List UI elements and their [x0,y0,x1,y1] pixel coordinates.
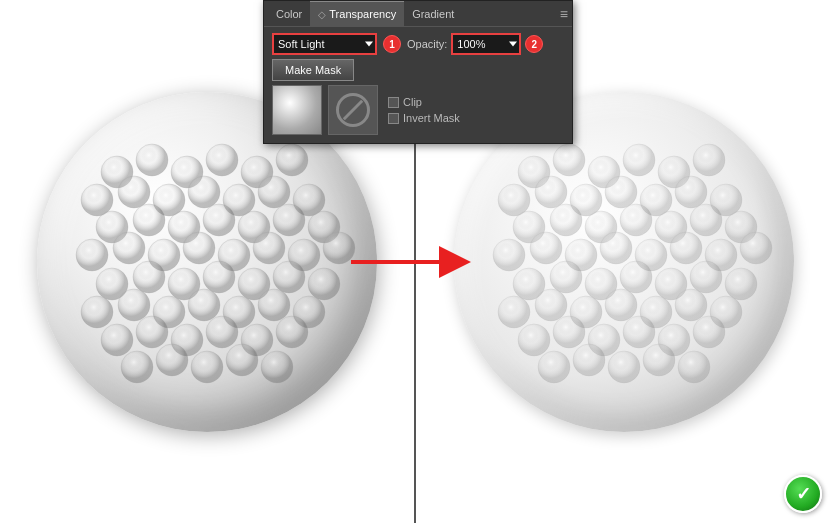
panel-menu-button[interactable]: ≡ [560,6,568,22]
arrow-container [351,246,481,278]
svg-point-2 [136,144,168,176]
svg-point-36 [81,296,113,328]
sphere-thumbnail [272,85,322,135]
svg-point-107 [678,351,710,383]
transparency-icon: ◇ [318,9,326,20]
svg-point-86 [620,261,652,293]
opacity-row: Opacity: 100% 90% 80% 70% 50% 0% [407,33,543,55]
direction-arrow [351,246,481,278]
svg-point-46 [206,316,238,348]
svg-point-53 [261,351,293,383]
svg-point-43 [101,324,133,356]
svg-point-50 [156,344,188,376]
svg-point-97 [518,324,550,356]
svg-point-62 [535,176,567,208]
blend-mode-select[interactable]: Soft Light Normal Multiply Screen Overla… [272,33,377,55]
svg-point-84 [550,261,582,293]
thumbnails-row: Clip Invert Mask [272,85,564,135]
panel-menu-icon: ≡ [560,6,568,22]
invert-mask-checkbox[interactable] [388,113,399,124]
svg-point-30 [133,261,165,293]
svg-point-19 [273,204,305,236]
badge-2: 2 [525,35,543,53]
svg-point-89 [725,268,757,300]
svg-point-95 [675,289,707,321]
svg-point-51 [191,351,223,383]
cancel-icon [336,93,370,127]
svg-point-6 [276,144,308,176]
tab-gradient-label: Gradient [412,8,454,20]
opacity-wrapper: 100% 90% 80% 70% 50% 0% [451,33,521,55]
svg-point-75 [493,239,525,271]
svg-point-41 [258,289,290,321]
panel-tabs: Color ◇ Transparency Gradient ≡ [264,1,572,27]
check-symbol: ✓ [796,485,811,503]
svg-point-93 [605,289,637,321]
svg-point-44 [136,316,168,348]
opacity-select[interactable]: 100% 90% 80% 70% 50% 0% [451,33,521,55]
svg-point-103 [538,351,570,383]
svg-point-24 [183,232,215,264]
make-mask-button[interactable]: Make Mask [272,59,354,81]
svg-point-73 [690,204,722,236]
check-button[interactable]: ✓ [784,475,822,513]
svg-point-58 [623,144,655,176]
svg-point-88 [690,261,722,293]
svg-point-8 [118,176,150,208]
clip-label: Clip [403,96,422,108]
svg-point-105 [608,351,640,383]
opacity-label: Opacity: [407,38,447,50]
svg-point-15 [133,204,165,236]
svg-point-60 [693,144,725,176]
svg-point-32 [203,261,235,293]
svg-point-66 [675,176,707,208]
make-mask-row: Make Mask [272,59,564,81]
svg-point-52 [226,344,258,376]
svg-point-26 [253,232,285,264]
svg-point-48 [276,316,308,348]
svg-point-10 [188,176,220,208]
svg-point-106 [643,344,675,376]
svg-point-22 [113,232,145,264]
svg-point-7 [81,184,113,216]
svg-point-82 [740,232,772,264]
svg-point-17 [203,204,235,236]
svg-point-90 [498,296,530,328]
svg-point-91 [535,289,567,321]
badge-2-label: 2 [532,39,538,50]
svg-point-56 [553,144,585,176]
cancel-thumbnail [328,85,378,135]
svg-point-64 [605,176,637,208]
svg-point-71 [620,204,652,236]
svg-point-61 [498,184,530,216]
options-column: Clip Invert Mask [388,96,460,124]
tab-color[interactable]: Color [268,1,310,27]
svg-point-34 [273,261,305,293]
svg-point-21 [76,239,108,271]
svg-point-76 [530,232,562,264]
svg-point-39 [188,289,220,321]
svg-point-78 [600,232,632,264]
svg-point-37 [118,289,150,321]
svg-point-12 [258,176,290,208]
svg-point-35 [308,268,340,300]
svg-point-102 [693,316,725,348]
transparency-panel-overlay: Color ◇ Transparency Gradient ≡ [263,0,573,144]
transparency-panel: Color ◇ Transparency Gradient ≡ [263,0,573,144]
tab-transparency[interactable]: ◇ Transparency [310,1,404,27]
svg-point-69 [550,204,582,236]
clip-option-row: Clip [388,96,460,108]
badge-1-label: 1 [389,39,395,50]
svg-point-100 [623,316,655,348]
svg-point-80 [670,232,702,264]
svg-point-104 [573,344,605,376]
panel-body: Soft Light Normal Multiply Screen Overla… [264,27,572,143]
tab-color-label: Color [276,8,302,20]
clip-checkbox[interactable] [388,97,399,108]
blend-mode-wrapper: Soft Light Normal Multiply Screen Overla… [272,33,377,55]
tab-gradient[interactable]: Gradient [404,1,462,27]
main-area: Color ◇ Transparency Gradient ≡ [0,0,832,523]
svg-point-4 [206,144,238,176]
svg-point-98 [553,316,585,348]
badge-1: 1 [383,35,401,53]
